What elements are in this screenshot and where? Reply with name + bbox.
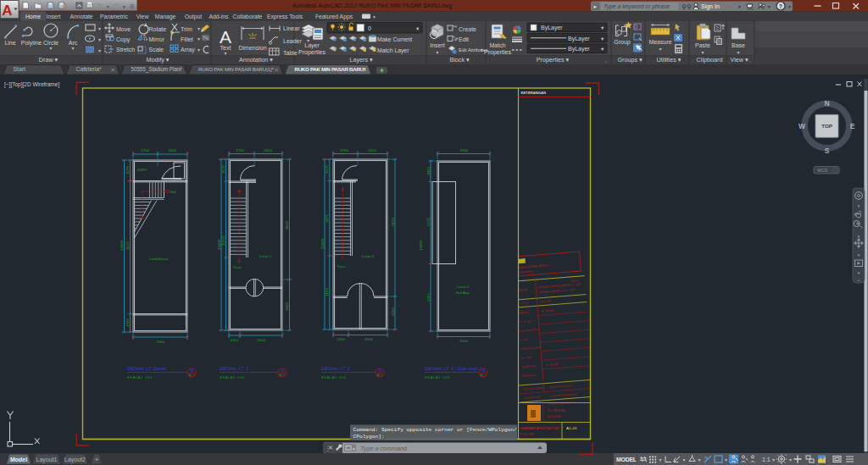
svg-text:⚲: ⚲ [682,3,687,11]
svg-text:RUKO PAK MIN PASAR BARU*: RUKO PAK MIN PASAR BARU* [295,66,366,72]
svg-text:Groups ▾: Groups ▾ [617,56,643,64]
svg-text:Base: Base [732,42,745,48]
svg-text:S: S [825,147,830,155]
svg-text:W: W [798,122,806,130]
svg-text:2500: 2500 [364,337,373,341]
svg-text:Insert: Insert [47,14,61,19]
svg-text:▾: ▾ [98,37,101,42]
svg-text:▾: ▾ [737,50,739,55]
svg-text:⌄: ⌄ [856,277,860,282]
svg-text:▾: ▾ [701,50,704,55]
svg-text:9525: 9525 [125,241,130,250]
svg-text:ByLayer: ByLayer [568,36,590,42]
svg-text:▾: ▾ [123,4,125,9]
svg-text:Draw ▾: Draw ▾ [39,56,58,64]
svg-text:Match Layer: Match Layer [377,47,409,54]
svg-text:▾: ▾ [198,47,200,53]
svg-text:MODEL: MODEL [616,457,637,462]
svg-text:E: E [850,122,855,130]
svg-text:▾: ▾ [789,457,792,462]
svg-text:Type a command: Type a command [360,445,408,452]
svg-text:A: A [2,3,12,19]
svg-text:Scale: Scale [149,47,164,53]
svg-text:Trim: Trim [181,26,192,32]
svg-text:Line: Line [4,40,15,46]
svg-text:▾: ▾ [683,457,686,462]
svg-text:Properties: Properties [298,49,326,56]
svg-text:Copy: Copy [116,36,131,43]
svg-text:Featured Apps: Featured Apps [315,14,353,20]
svg-text:2050: 2050 [168,148,176,152]
svg-text:A1-1: A1-1 [377,374,383,377]
svg-text:Lantai 1: Lantai 1 [259,254,271,258]
svg-text:4052: 4052 [426,293,431,302]
svg-text:M. SIP: M. SIP [519,338,527,342]
svg-text:▾: ▾ [725,457,727,462]
svg-text:▾: ▾ [198,26,200,31]
svg-text:Utilities ▾: Utilities ▾ [657,56,682,64]
svg-text:7060: 7060 [156,340,164,344]
svg-text:▾: ▾ [698,457,701,462]
svg-text:+: + [95,456,99,463]
svg-text:GAMBAR ARSITEKTUR: GAMBAR ARSITEKTUR [520,426,559,430]
svg-text:▾: ▾ [659,47,661,52]
svg-text:A1-1: A1-1 [481,374,487,377]
svg-text:?: ? [779,3,782,9]
svg-text:Collaborate: Collaborate [233,14,263,19]
svg-text:DENAH LT. Dasar: DENAH LT. Dasar [127,366,167,371]
svg-text:1750: 1750 [236,148,244,152]
svg-text:A1-1: A1-1 [189,374,195,377]
svg-text:⚲: ⚲ [687,3,692,11]
svg-text:▸: ▸ [594,3,598,9]
svg-text:Express Tools: Express Tools [267,14,303,20]
svg-text:1575: 1575 [221,165,225,174]
svg-text:Annotate: Annotate [70,14,92,19]
svg-text:▾: ▾ [772,457,775,462]
svg-text:1750: 1750 [141,148,149,152]
svg-text:Make Current: Make Current [377,36,412,42]
svg-text:TOP: TOP [821,123,832,129]
svg-text:Manage: Manage [155,14,176,20]
svg-text:Match: Match [489,42,505,48]
svg-text:50555_Stadium Plan*: 50555_Stadium Plan* [131,66,183,73]
svg-text:Properties: Properties [484,49,511,56]
svg-text:1925: 1925 [426,167,431,175]
svg-text:DENAH LT. 2: DENAH LT. 2 [321,366,351,371]
svg-text:Autodesk AutoCAD 2019 RUKO: Autodesk AutoCAD 2019 RUKO PAK MIN PASAR… [292,3,452,9]
svg-text:Edit: Edit [459,36,469,42]
svg-text:0: 0 [368,25,371,31]
svg-text:RUKO PAK MIN PASAR BARU(1)*: RUKO PAK MIN PASAR BARU(1)* [198,66,275,72]
svg-text:8150: 8150 [391,218,395,226]
svg-text:A1–01: A1–01 [566,426,577,430]
svg-text:Mirror: Mirror [149,36,165,42]
svg-text:Leader: Leader [283,38,302,44]
svg-text:▾: ▾ [373,14,376,19]
svg-text:⊞: ⊞ [130,3,135,9]
svg-text:3300: 3300 [285,302,289,311]
svg-text:1575: 1575 [325,165,329,174]
svg-text:Create: Create [459,26,476,32]
svg-text:Dimension: Dimension [238,45,266,51]
svg-text:▾: ▾ [224,51,226,56]
svg-text:▾: ▾ [98,48,101,53]
svg-text:Stretch: Stretch [116,47,135,53]
svg-text:2050: 2050 [264,148,272,152]
svg-text:20-04-JOM: 20-04-JOM [547,415,560,418]
svg-text:Add-ins: Add-ins [209,14,229,19]
svg-text:9100: 9100 [285,221,289,230]
svg-text:DENAH LT. 4 ( Dak Atap ): DENAH LT. 4 ( Dak Atap ) [425,366,481,371]
svg-text:1250: 1250 [230,338,238,342]
svg-text:Linear: Linear [283,25,300,31]
svg-text:▾: ▾ [436,50,438,55]
svg-text:Cafeteria*: Cafeteria* [76,66,103,72]
svg-text:Measure: Measure [648,39,671,45]
svg-text:13300: 13300 [419,240,423,251]
svg-text:Insert: Insert [430,42,445,48]
svg-text:Turun: Turun [337,264,346,268]
svg-text:Output: Output [185,14,203,20]
svg-text:A1-1: A1-1 [280,374,286,377]
svg-text:▾: ▾ [659,457,662,462]
svg-text:Properties ▾: Properties ▾ [537,56,570,64]
svg-text:▾: ▾ [49,46,52,51]
svg-text:7600: 7600 [459,148,468,152]
